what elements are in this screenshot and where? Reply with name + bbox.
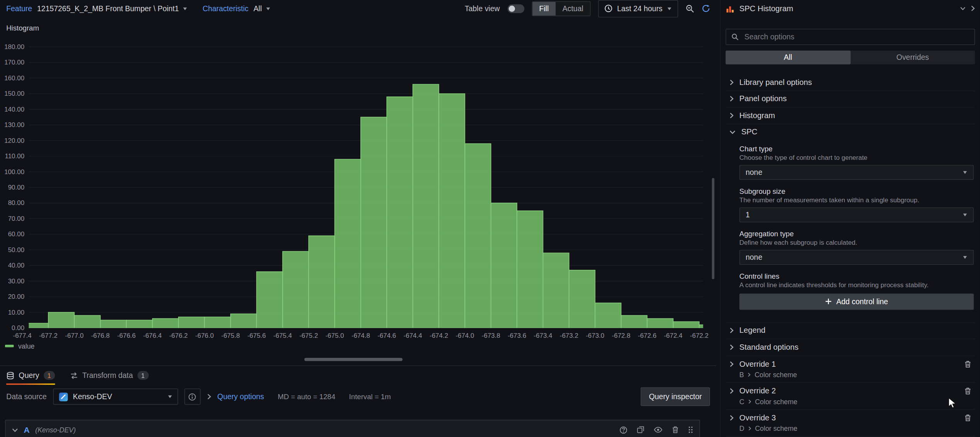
time-range-picker[interactable]: Last 24 hours: [598, 0, 678, 17]
actual-option[interactable]: Actual: [555, 2, 590, 15]
svg-text:120.00: 120.00: [4, 137, 24, 144]
aggregation-type-select[interactable]: none: [739, 250, 974, 265]
options-search-input[interactable]: [743, 32, 970, 42]
add-control-line-button[interactable]: Add control line: [739, 293, 974, 310]
section-spc[interactable]: SPC: [725, 124, 975, 140]
horizontal-scrollbar[interactable]: [304, 358, 403, 361]
svg-text:-673.8: -673.8: [482, 332, 500, 339]
collapse-pane-chevron-icon[interactable]: [971, 5, 975, 12]
chart-type-select[interactable]: none: [739, 165, 974, 180]
fill-actual-segmented-control: Fill Actual: [532, 1, 591, 16]
svg-text:20.00: 20.00: [8, 293, 24, 300]
histogram-bar: [621, 315, 647, 328]
visualization-title: SPC Histogram: [739, 4, 955, 13]
zoom-out-button[interactable]: [686, 4, 695, 13]
info-circle-icon: [188, 393, 196, 401]
chevron-right-icon: [729, 415, 734, 421]
tab-query[interactable]: Query 1: [6, 366, 55, 385]
query-ref-id: A: [24, 425, 29, 434]
query-toolbar: Data source Kenso-DEV Query options MD =…: [0, 386, 716, 407]
tab-transform-data[interactable]: Transform data 1: [70, 366, 149, 385]
chevron-right-icon: [729, 79, 734, 85]
chevron-right-icon: [729, 344, 734, 350]
datasource-name: Kenso-DEV: [73, 392, 162, 401]
duplicate-icon[interactable]: [637, 426, 644, 433]
section-panel-options[interactable]: Panel options: [725, 90, 975, 107]
caret-down-icon[interactable]: [960, 6, 966, 10]
vertical-scrollbar[interactable]: [712, 178, 714, 279]
svg-text:50.00: 50.00: [8, 246, 24, 254]
svg-text:-677.2: -677.2: [39, 332, 58, 339]
search-icon: [731, 33, 739, 41]
override-header[interactable]: Override 3: [729, 413, 971, 422]
options-filter-tabs: All Overrides: [725, 51, 975, 64]
caret-down-icon: [183, 7, 188, 10]
options-body: Library panel options Panel options Hist…: [725, 75, 975, 437]
trash-icon[interactable]: [672, 426, 679, 433]
characteristic-variable-dropdown[interactable]: All: [253, 4, 270, 13]
section-label: Standard options: [739, 343, 798, 352]
svg-text:30.00: 30.00: [8, 278, 24, 285]
query-row-header[interactable]: A (Kenso-DEV): [5, 420, 700, 437]
section-label: Panel options: [739, 95, 787, 103]
override-header[interactable]: Override 2: [729, 386, 971, 395]
transform-icon: [70, 371, 78, 379]
override-summary: B Color scheme: [739, 371, 971, 378]
refresh-button[interactable]: [702, 4, 710, 12]
query-options-link[interactable]: Query options: [217, 392, 264, 401]
help-circle-icon[interactable]: [619, 426, 627, 434]
query-inspector-button[interactable]: Query inspector: [641, 387, 710, 406]
feature-variable-dropdown[interactable]: 12157265_K_2_MB Front Bumper \ Point1: [37, 4, 188, 13]
eye-icon[interactable]: [654, 427, 662, 433]
histogram-bar: [465, 144, 491, 328]
field-label: Control lines: [739, 273, 974, 280]
legend-series-label[interactable]: value: [18, 342, 35, 350]
field-chart-type: Chart type Choose the type of control ch…: [739, 145, 974, 180]
chevron-right-icon[interactable]: [207, 393, 211, 400]
trash-icon[interactable]: [965, 387, 972, 394]
options-header: SPC Histogram: [725, 0, 975, 17]
svg-text:90.00: 90.00: [8, 184, 24, 191]
svg-text:-675.0: -675.0: [325, 332, 344, 339]
histogram-bar: [387, 97, 413, 328]
characteristic-variable-label: Characteristic: [203, 4, 249, 13]
section-label: SPC: [741, 127, 758, 136]
chevron-right-icon: [729, 327, 734, 334]
fill-option[interactable]: Fill: [532, 2, 555, 15]
table-view-toggle[interactable]: [507, 4, 524, 13]
section-label: Library panel options: [739, 78, 812, 87]
drag-handle-icon[interactable]: [688, 426, 693, 433]
override-target: B: [739, 371, 744, 378]
section-standard-options[interactable]: Standard options: [725, 339, 975, 355]
histogram-bar: [231, 314, 256, 328]
histogram-bar: [48, 312, 74, 328]
options-search-box: [725, 29, 975, 45]
section-legend[interactable]: Legend: [725, 322, 975, 339]
svg-text:-674.2: -674.2: [430, 332, 448, 339]
override-header[interactable]: Override 1: [729, 359, 971, 368]
legend-swatch: [5, 345, 14, 347]
histogram-bar: [699, 325, 709, 328]
trash-icon[interactable]: [965, 360, 972, 368]
section-label: Histogram: [739, 111, 775, 120]
histogram-bar: [153, 318, 178, 328]
left-column: Feature 12157265_K_2_MB Front Bumper \ P…: [0, 0, 716, 437]
trash-icon[interactable]: [965, 414, 972, 421]
table-view-label: Table view: [465, 4, 500, 13]
chevron-right-icon: [729, 112, 734, 119]
chevron-right-icon: [748, 399, 751, 404]
chevron-down-icon[interactable]: [12, 428, 18, 432]
tab-all[interactable]: All: [725, 51, 850, 64]
section-library-panel-options[interactable]: Library panel options: [725, 75, 975, 90]
subgroup-size-select[interactable]: 1: [739, 208, 974, 223]
override-property: Color scheme: [755, 424, 797, 432]
svg-text:80.00: 80.00: [8, 200, 24, 207]
tab-overrides[interactable]: Overrides: [850, 51, 975, 64]
datasource-picker[interactable]: Kenso-DEV: [53, 388, 178, 405]
datasource-help-button[interactable]: [184, 388, 200, 405]
field-label: Chart type: [739, 145, 974, 152]
svg-text:-672.8: -672.8: [612, 332, 630, 339]
section-histogram[interactable]: Histogram: [725, 107, 975, 124]
svg-text:-672.2: -672.2: [690, 332, 708, 339]
chart-legend: value: [5, 342, 35, 350]
